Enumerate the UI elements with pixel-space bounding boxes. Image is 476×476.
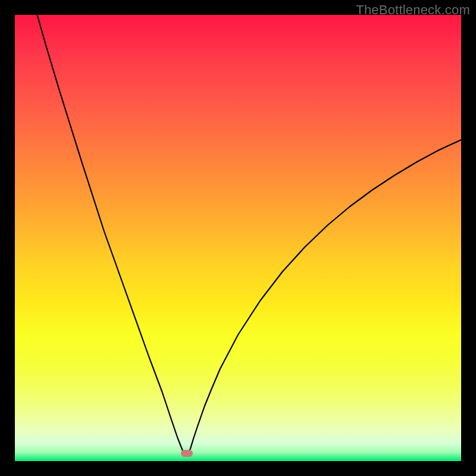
minimum-marker: [181, 450, 193, 457]
watermark-text: TheBottleneck.com: [356, 2, 470, 18]
chart-frame: [15, 15, 461, 461]
